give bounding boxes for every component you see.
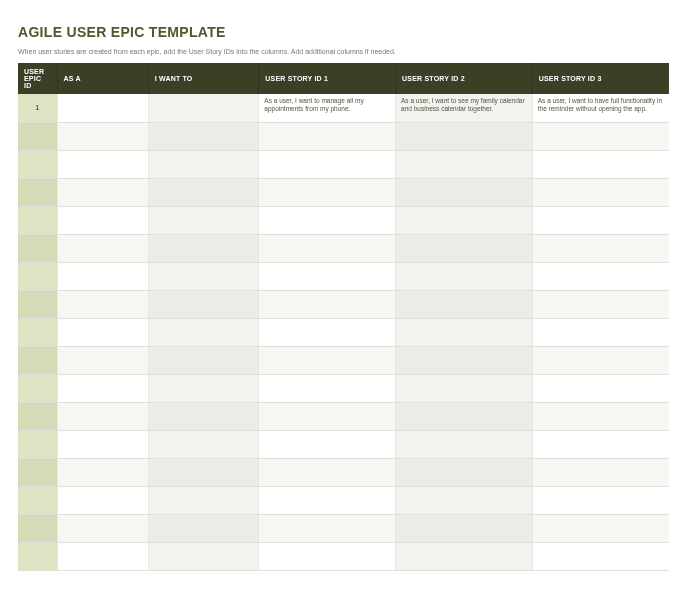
cell-epic-id bbox=[18, 178, 57, 206]
cell-as-a bbox=[57, 206, 148, 234]
cell-story-1 bbox=[259, 486, 396, 514]
table-row bbox=[18, 318, 669, 346]
cell-i-want-to bbox=[148, 206, 259, 234]
cell-story-1 bbox=[259, 122, 396, 150]
cell-story-3 bbox=[532, 458, 669, 486]
cell-epic-id bbox=[18, 514, 57, 542]
cell-story-2: As a user, I want to see my family calen… bbox=[396, 94, 533, 122]
cell-as-a bbox=[57, 94, 148, 122]
cell-epic-id bbox=[18, 150, 57, 178]
cell-story-1 bbox=[259, 542, 396, 570]
cell-as-a bbox=[57, 178, 148, 206]
cell-i-want-to bbox=[148, 150, 259, 178]
epic-table: USER EPIC ID AS A I WANT TO USER STORY I… bbox=[18, 63, 669, 571]
cell-story-3 bbox=[532, 486, 669, 514]
cell-epic-id: 1 bbox=[18, 94, 57, 122]
cell-i-want-to bbox=[148, 262, 259, 290]
table-row bbox=[18, 290, 669, 318]
cell-story-2 bbox=[396, 262, 533, 290]
cell-as-a bbox=[57, 262, 148, 290]
table-row bbox=[18, 178, 669, 206]
cell-i-want-to bbox=[148, 430, 259, 458]
table-row bbox=[18, 234, 669, 262]
col-header-story-2: USER STORY ID 2 bbox=[396, 63, 533, 94]
cell-as-a bbox=[57, 402, 148, 430]
cell-story-1 bbox=[259, 346, 396, 374]
cell-as-a bbox=[57, 234, 148, 262]
col-header-story-3: USER STORY ID 3 bbox=[532, 63, 669, 94]
cell-story-3 bbox=[532, 262, 669, 290]
cell-epic-id bbox=[18, 234, 57, 262]
cell-as-a bbox=[57, 122, 148, 150]
cell-story-2 bbox=[396, 486, 533, 514]
cell-story-1 bbox=[259, 234, 396, 262]
cell-i-want-to bbox=[148, 234, 259, 262]
cell-story-3 bbox=[532, 430, 669, 458]
cell-epic-id bbox=[18, 262, 57, 290]
cell-i-want-to bbox=[148, 542, 259, 570]
cell-epic-id bbox=[18, 430, 57, 458]
cell-as-a bbox=[57, 486, 148, 514]
cell-story-1 bbox=[259, 206, 396, 234]
cell-story-3 bbox=[532, 150, 669, 178]
cell-i-want-to bbox=[148, 374, 259, 402]
cell-epic-id bbox=[18, 486, 57, 514]
cell-story-1 bbox=[259, 514, 396, 542]
cell-story-2 bbox=[396, 206, 533, 234]
table-row bbox=[18, 486, 669, 514]
cell-as-a bbox=[57, 458, 148, 486]
cell-i-want-to bbox=[148, 318, 259, 346]
cell-story-3 bbox=[532, 206, 669, 234]
cell-story-3 bbox=[532, 374, 669, 402]
cell-as-a bbox=[57, 514, 148, 542]
col-header-i-want-to: I WANT TO bbox=[148, 63, 259, 94]
cell-story-1 bbox=[259, 150, 396, 178]
cell-epic-id bbox=[18, 402, 57, 430]
cell-story-1 bbox=[259, 262, 396, 290]
cell-i-want-to bbox=[148, 402, 259, 430]
cell-i-want-to bbox=[148, 178, 259, 206]
cell-story-3 bbox=[532, 346, 669, 374]
cell-as-a bbox=[57, 374, 148, 402]
cell-i-want-to bbox=[148, 122, 259, 150]
cell-story-2 bbox=[396, 234, 533, 262]
cell-story-1 bbox=[259, 318, 396, 346]
cell-story-2 bbox=[396, 374, 533, 402]
cell-as-a bbox=[57, 150, 148, 178]
cell-story-3 bbox=[532, 318, 669, 346]
cell-epic-id bbox=[18, 374, 57, 402]
cell-story-2 bbox=[396, 402, 533, 430]
cell-epic-id bbox=[18, 542, 57, 570]
cell-epic-id bbox=[18, 290, 57, 318]
template-title: AGILE USER EPIC TEMPLATE bbox=[18, 24, 669, 40]
cell-i-want-to bbox=[148, 290, 259, 318]
cell-story-1 bbox=[259, 458, 396, 486]
table-row bbox=[18, 150, 669, 178]
cell-story-1 bbox=[259, 402, 396, 430]
cell-story-3: As a user, I want to have full functiona… bbox=[532, 94, 669, 122]
cell-story-3 bbox=[532, 178, 669, 206]
table-row bbox=[18, 346, 669, 374]
table-row bbox=[18, 122, 669, 150]
cell-story-2 bbox=[396, 290, 533, 318]
cell-story-1 bbox=[259, 290, 396, 318]
table-row bbox=[18, 262, 669, 290]
cell-as-a bbox=[57, 346, 148, 374]
cell-story-3 bbox=[532, 542, 669, 570]
cell-as-a bbox=[57, 542, 148, 570]
table-row bbox=[18, 402, 669, 430]
cell-story-1 bbox=[259, 178, 396, 206]
table-row bbox=[18, 458, 669, 486]
cell-story-3 bbox=[532, 402, 669, 430]
cell-story-1: As a user, I want to manage all my appoi… bbox=[259, 94, 396, 122]
cell-i-want-to bbox=[148, 514, 259, 542]
cell-story-2 bbox=[396, 542, 533, 570]
cell-story-2 bbox=[396, 346, 533, 374]
table-row bbox=[18, 374, 669, 402]
table-row bbox=[18, 514, 669, 542]
table-row bbox=[18, 430, 669, 458]
cell-i-want-to bbox=[148, 458, 259, 486]
col-header-story-1: USER STORY ID 1 bbox=[259, 63, 396, 94]
cell-story-2 bbox=[396, 122, 533, 150]
cell-epic-id bbox=[18, 458, 57, 486]
